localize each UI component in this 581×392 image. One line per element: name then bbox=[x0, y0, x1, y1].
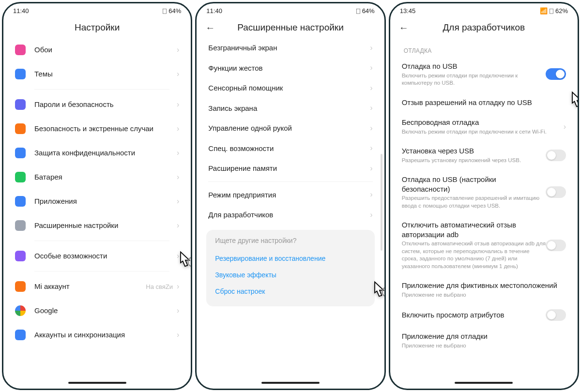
back-button[interactable]: ← bbox=[205, 22, 215, 33]
status-bar: 11:40 ⎕ 64% bbox=[197, 3, 384, 15]
battery-icon: ⎕ bbox=[163, 7, 167, 15]
settings-row-mi-account[interactable]: Mi аккаунтНа свяZи› bbox=[6, 274, 188, 299]
chevron-right-icon: › bbox=[177, 306, 179, 315]
chevron-right-icon: › bbox=[177, 221, 179, 230]
adv-row[interactable]: Функции жестов› bbox=[199, 58, 381, 78]
row-label: Сенсорный помощник bbox=[208, 83, 370, 93]
adv-row[interactable]: Сенсорный помощник› bbox=[199, 78, 381, 98]
row-label: Расширение памяти bbox=[208, 164, 370, 173]
settings-row-themes[interactable]: Темы› bbox=[6, 62, 188, 86]
phone-developers: 13:45 📶⎕ 62% ← Для разработчиков ОТЛАДКА… bbox=[389, 2, 579, 390]
dev-row[interactable]: Установка через USBРазрешить установку п… bbox=[393, 141, 575, 169]
adv-row[interactable]: Расширение памяти› bbox=[199, 158, 381, 179]
toggle-switch[interactable] bbox=[546, 68, 566, 80]
adv-row[interactable]: Спец. возможности› bbox=[199, 138, 381, 159]
chevron-right-icon: › bbox=[177, 252, 179, 260]
chevron-right-icon: › bbox=[370, 63, 372, 72]
nav-bar[interactable] bbox=[68, 382, 126, 384]
adv-row[interactable]: Запись экрана› bbox=[199, 98, 381, 119]
row-label: Отзыв разрешений на отладку по USB bbox=[402, 98, 566, 107]
row-label: Защита конфиденциальности bbox=[34, 148, 177, 158]
row-label: Отключить автоматический отзыв авторизац… bbox=[402, 220, 546, 239]
row-subtitle: Разрешить установку приложений через USB… bbox=[402, 157, 546, 165]
settings-row-wallpaper[interactable]: Обои› bbox=[6, 38, 188, 62]
settings-row-advanced[interactable]: Расширенные настройки› bbox=[6, 213, 188, 238]
row-label: Google bbox=[34, 306, 177, 316]
chevron-right-icon: › bbox=[177, 100, 179, 109]
chevron-right-icon: › bbox=[370, 211, 372, 219]
row-label: Отладка по USB (настройки безопасности) bbox=[402, 175, 546, 194]
nav-bar[interactable] bbox=[455, 382, 513, 384]
dev-row[interactable]: Включить просмотр атрибутов bbox=[393, 304, 575, 326]
toggle-switch[interactable] bbox=[546, 150, 566, 161]
row-label: Расширенные настройки bbox=[34, 221, 177, 230]
nav-bar[interactable] bbox=[261, 382, 320, 384]
settings-row-accounts[interactable]: Аккаунты и синхронизация› bbox=[6, 323, 188, 347]
settings-row-battery[interactable]: Батарея› bbox=[6, 165, 188, 189]
row-label: Приложения bbox=[34, 196, 177, 206]
chevron-right-icon: › bbox=[370, 124, 372, 133]
settings-row-emergency[interactable]: Безопасность и экстренные случаи› bbox=[6, 117, 188, 141]
row-label: Батарея bbox=[34, 172, 177, 182]
settings-row-apps[interactable]: Приложения› bbox=[6, 189, 188, 213]
row-label: Включить просмотр атрибутов bbox=[402, 310, 546, 320]
adv-row[interactable]: Режим предприятия› bbox=[199, 185, 381, 205]
dev-row[interactable]: Приложение для отладкиПриложение не выбр… bbox=[393, 326, 575, 355]
chevron-right-icon: › bbox=[177, 197, 179, 206]
chevron-right-icon: › bbox=[370, 44, 372, 52]
battery-pct: 64% bbox=[168, 7, 181, 15]
dev-row-usb-debug[interactable]: Отладка по USBВключить режим отладки при… bbox=[393, 56, 575, 92]
toggle-switch[interactable] bbox=[546, 186, 566, 198]
dev-row[interactable]: Беспроводная отладкаВключать режим отлад… bbox=[393, 112, 575, 141]
chevron-right-icon: › bbox=[177, 124, 179, 133]
dev-row[interactable]: Отладка по USB (настройки безопасности)Р… bbox=[393, 169, 575, 215]
adv-row-developers[interactable]: Для разработчиков› bbox=[199, 205, 381, 225]
dev-row[interactable]: Отключить автоматический отзыв авторизац… bbox=[393, 215, 575, 275]
battery-pct: 62% bbox=[555, 7, 568, 15]
battery-icon: ⎕ bbox=[550, 7, 553, 15]
row-label: Беспроводная отладка bbox=[402, 118, 564, 127]
settings-row-special[interactable]: Особые возможности› bbox=[6, 244, 188, 268]
chevron-right-icon: › bbox=[370, 84, 372, 92]
toggle-switch[interactable] bbox=[546, 309, 566, 321]
row-label: Для разработчиков bbox=[208, 210, 370, 220]
search-link[interactable]: Резервирование и восстановление bbox=[215, 250, 366, 267]
row-label: Отладка по USB bbox=[402, 61, 546, 71]
dev-row[interactable]: Отзыв разрешений на отладку по USB bbox=[393, 92, 575, 113]
chevron-right-icon: › bbox=[564, 122, 566, 131]
search-link[interactable]: Сброс настроек bbox=[215, 283, 366, 300]
wifi-icon: 📶 bbox=[540, 7, 548, 15]
adv-row[interactable]: Управление одной рукой› bbox=[199, 118, 381, 138]
row-meta: На свяZи bbox=[146, 283, 173, 290]
section-header: ОТЛАДКА bbox=[393, 38, 575, 56]
row-label: Приложение для фиктивных местоположений bbox=[402, 281, 566, 290]
row-label: Обои bbox=[34, 45, 177, 55]
chevron-right-icon: › bbox=[177, 70, 179, 78]
settings-row-google[interactable]: Google› bbox=[6, 299, 188, 323]
adv-row[interactable]: Безграничный экран› bbox=[199, 38, 381, 58]
row-label: Безграничный экран bbox=[208, 43, 370, 53]
search-prompt: Ищете другие настройки? bbox=[215, 237, 366, 244]
row-subtitle: Включать режим отладки при подключении к… bbox=[402, 128, 564, 136]
row-label: Особые возможности bbox=[34, 251, 177, 261]
toggle-switch[interactable] bbox=[546, 240, 566, 251]
row-subtitle: Приложение не выбрано bbox=[402, 342, 566, 350]
dev-row[interactable]: Приложение для фиктивных местоположенийП… bbox=[393, 275, 575, 304]
status-time: 11:40 bbox=[13, 7, 29, 15]
settings-row-passwords[interactable]: Пароли и безопасность› bbox=[6, 92, 188, 117]
row-label: Темы bbox=[34, 69, 177, 79]
search-link[interactable]: Звуковые эффекты bbox=[215, 267, 366, 283]
row-label: Функции жестов bbox=[208, 63, 370, 73]
back-button[interactable]: ← bbox=[399, 22, 409, 33]
chevron-right-icon: › bbox=[370, 164, 372, 173]
chevron-right-icon: › bbox=[177, 173, 179, 181]
phone-advanced: 11:40 ⎕ 64% ← Расширенные настройки Безг… bbox=[195, 2, 385, 390]
status-bar: 11:40 ⎕ 64% bbox=[3, 3, 191, 15]
chevron-right-icon: › bbox=[370, 104, 372, 112]
status-time: 13:45 bbox=[400, 7, 416, 15]
row-subtitle: Отключить автоматический отзыв авторизац… bbox=[402, 240, 546, 270]
row-subtitle: Приложение не выбрано bbox=[402, 291, 566, 299]
settings-row-privacy[interactable]: Защита конфиденциальности› bbox=[6, 141, 188, 165]
chevron-right-icon: › bbox=[177, 149, 179, 157]
row-label: Управление одной рукой bbox=[208, 123, 370, 133]
